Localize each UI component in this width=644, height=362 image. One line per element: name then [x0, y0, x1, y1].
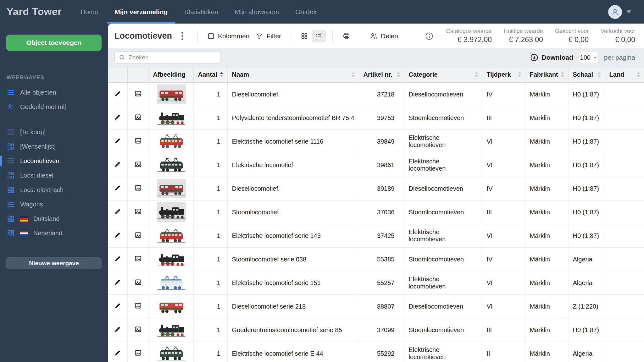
nav-item-mijn-showroom[interactable]: Mijn showroom [235, 0, 279, 24]
download-button[interactable]: Download [530, 53, 573, 62]
views-group-custom: [Te koop] [Wensenlijst] Locomotieven Loc… [0, 125, 108, 240]
edit-cell[interactable] [108, 248, 127, 271]
image-cell[interactable] [127, 200, 148, 224]
share-button[interactable]: Delen [367, 30, 401, 42]
locomotive-thumbnail[interactable] [157, 132, 186, 151]
account-dropdown-caret-icon[interactable] [626, 10, 631, 13]
image-cell[interactable] [127, 177, 148, 200]
sidebar-item-locs-elektrisch[interactable]: Locs: elektrisch [0, 183, 108, 197]
categorie-cell: Elektrische locomotieven [404, 153, 482, 177]
page-size-select[interactable]: 100 [579, 52, 598, 63]
columns-icon [207, 32, 215, 40]
fabrikant-cell: Märklin [525, 295, 568, 318]
add-object-button[interactable]: Object toevoegen [6, 35, 102, 51]
locomotive-thumbnail[interactable] [157, 155, 186, 175]
main-nav: Home Mijn verzameling Statistieken Mijn … [80, 0, 317, 24]
tijdperk-cell: IV [482, 177, 525, 200]
nav-item-home[interactable]: Home [80, 0, 98, 24]
locomotive-thumbnail[interactable] [157, 297, 186, 316]
image-cell[interactable] [127, 224, 148, 248]
column-header-land[interactable]: Land [605, 67, 644, 83]
list-view-toggle[interactable] [312, 30, 326, 42]
column-header-artikel-nr[interactable]: Artikel nr. [359, 67, 404, 83]
artikel-cell: 39849 [359, 130, 404, 153]
edit-pencil-icon [114, 114, 121, 121]
nav-item-ontdek[interactable]: Ontdek [295, 0, 317, 24]
image-cell[interactable] [127, 342, 148, 362]
categorie-cell: Elektrische locomotieven [404, 224, 482, 248]
schaal-cell: H0 (1:87) [568, 130, 605, 153]
artikel-cell: 39753 [359, 106, 404, 130]
image-cell[interactable] [127, 130, 148, 153]
column-header-fabrikant[interactable]: Fabrikant [525, 67, 568, 83]
edit-cell[interactable] [108, 130, 127, 153]
edit-cell[interactable] [108, 200, 127, 224]
image-cell[interactable] [127, 248, 148, 271]
aantal-cell: 1 [193, 248, 227, 271]
grid-view-toggle[interactable] [297, 30, 312, 42]
naam-cell: Elektrische locomotief serie 151 [227, 271, 359, 295]
naam-cell: Diesellocomotief. [227, 177, 359, 200]
aantal-cell: 1 [193, 177, 227, 200]
search-box[interactable] [114, 51, 220, 64]
edit-cell[interactable] [108, 153, 127, 177]
naam-cell: Stoomlocomotief. [227, 200, 359, 224]
column-header-categorie[interactable]: Categorie [404, 67, 482, 83]
columns-button[interactable]: Kolommen [204, 30, 253, 42]
locomotive-thumbnail[interactable] [157, 250, 186, 269]
column-header-aantal[interactable]: Aantal [193, 67, 227, 83]
sidebar-item-wensenlijst[interactable]: [Wensenlijst] [0, 139, 108, 154]
categorie-cell: Elektrische locomotieven [404, 271, 482, 295]
print-button[interactable] [339, 30, 354, 42]
edit-cell[interactable] [108, 106, 127, 130]
sidebar-item-locomotieven[interactable]: Locomotieven [0, 154, 108, 168]
main-panel: Locomotieven Kolommen Filter [108, 24, 644, 362]
locomotive-thumbnail[interactable] [157, 226, 186, 245]
sidebar-item-gedeeld-met-mij[interactable]: Gedeeld met mij [0, 100, 108, 114]
edit-pencil-icon [114, 326, 121, 333]
column-header-naam[interactable]: Naam [227, 67, 359, 83]
column-header-afbeelding[interactable]: Afbeelding [148, 67, 193, 83]
user-avatar[interactable] [608, 5, 622, 19]
locomotive-thumbnail[interactable] [157, 273, 186, 293]
locomotive-thumbnail[interactable] [157, 108, 186, 128]
info-icon[interactable] [425, 32, 434, 41]
aantal-cell: 1 [193, 342, 227, 362]
edit-cell[interactable] [108, 295, 127, 318]
sidebar-item-wagons[interactable]: Wagons [0, 197, 108, 211]
sidebar-item-nederland[interactable]: Nederland [0, 226, 108, 240]
fabrikant-cell: Märklin [525, 224, 568, 248]
image-cell[interactable] [127, 318, 148, 342]
locomotive-thumbnail[interactable] [157, 344, 186, 362]
image-cell[interactable] [127, 106, 148, 130]
column-header-schaal[interactable]: Schaal [568, 67, 605, 83]
sidebar-item-locs-diesel[interactable]: Locs: diesel [0, 168, 108, 183]
nav-item-mijn-verzameling[interactable]: Mijn verzameling [114, 0, 168, 24]
sidebar-item-duitsland[interactable]: Duitsland [0, 211, 108, 226]
artikel-cell: 55257 [359, 271, 404, 295]
new-view-button[interactable]: Nieuwe weergave [6, 257, 102, 269]
edit-cell[interactable] [108, 318, 127, 342]
image-cell[interactable] [127, 295, 148, 318]
search-input[interactable] [129, 54, 216, 61]
locomotive-thumbnail[interactable] [157, 320, 186, 340]
thumbnail-cell [148, 177, 193, 200]
locomotive-thumbnail[interactable] [157, 179, 186, 198]
image-cell[interactable] [127, 153, 148, 177]
sidebar-item-te-koop[interactable]: [Te koop] [0, 125, 108, 139]
edit-cell[interactable] [108, 224, 127, 248]
filter-button[interactable]: Filter [253, 30, 284, 42]
edit-cell[interactable] [108, 177, 127, 200]
column-header-tijdperk[interactable]: Tijdperk [482, 67, 525, 83]
nav-item-statistieken[interactable]: Statistieken [184, 0, 218, 24]
sidebar-item-alle-objecten[interactable]: Alle objecten [0, 85, 108, 100]
image-cell[interactable] [127, 271, 148, 295]
edit-cell[interactable] [108, 342, 127, 362]
locomotive-thumbnail[interactable] [157, 85, 186, 104]
more-options-kebab-icon[interactable] [181, 32, 183, 40]
view-type-icon [7, 142, 15, 151]
edit-cell[interactable] [108, 271, 127, 295]
edit-cell[interactable] [108, 83, 127, 106]
locomotive-thumbnail[interactable] [157, 202, 186, 222]
image-cell[interactable] [127, 83, 148, 106]
